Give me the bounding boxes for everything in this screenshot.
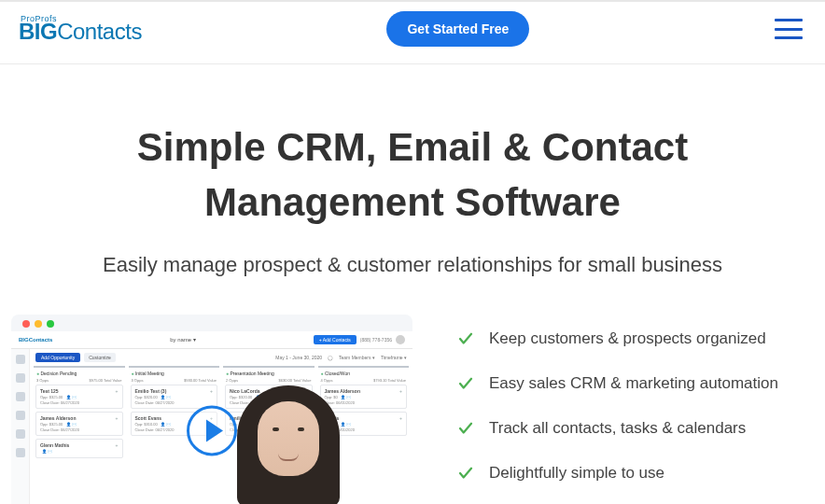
sidebar-icon [16,411,25,420]
hero-title: Simple CRM, Email & Contact Management S… [22,120,803,231]
pipeline-card: + Glenn Mathis 👤 ✉️ [35,439,123,458]
play-icon [206,419,223,441]
pipeline-column: ● Decision Pending 3 Opps$975.00 Total V… [34,366,125,461]
benefit-item: Delightfully simple to use [457,464,778,483]
benefit-item: Keep customers & prospects organized [457,329,778,348]
preview-customize: Customize [84,353,116,362]
benefits-list: Keep customers & prospects organized Eas… [457,315,778,504]
sidebar-icon [16,392,25,401]
sidebar-icon [16,373,25,383]
preview-sidebar [11,349,30,504]
content-row: BIGContacts by name ▾ + Add Contacts (88… [0,315,825,504]
checkmark-icon [457,420,474,437]
preview-add-opportunity: Add Opportunity [35,353,80,362]
window-controls [22,320,54,328]
checkmark-icon [457,375,474,392]
window-maximize-dot [47,320,54,328]
sidebar-icon [16,355,25,364]
preview-phone: (888) 778-7356 [360,337,392,343]
hero-subtitle: Easily manage prospect & customer relati… [22,253,803,277]
video-thumbnail[interactable]: BIGContacts by name ▾ + Add Contacts (88… [11,315,412,504]
hero-section: Simple CRM, Email & Contact Management S… [0,64,825,315]
checkmark-icon [457,465,474,482]
pipeline-card: + Test 125 Opp: $325.00 👤 ✉️ Close Date:… [35,385,123,409]
preview-avatar [396,335,405,344]
brand-logo[interactable]: ProProfs BIGContacts [19,15,142,43]
checkmark-icon [457,330,474,347]
benefit-item: Easy sales CRM & marketing automation [457,374,778,393]
preview-timeframe: Timeframe ▾ [381,355,407,360]
preview-search-by: by name ▾ [170,336,196,343]
benefit-text: Track all contacts, tasks & calendars [489,419,746,438]
logo-big: BIG [19,19,57,44]
get-started-button[interactable]: Get Started Free [386,11,529,47]
presenter-image [228,381,349,504]
window-minimize-dot [35,320,42,328]
benefit-item: Track all contacts, tasks & calendars [457,419,778,438]
preview-date-range: May 1 - June 30, 2020 [275,355,322,360]
window-close-dot [22,320,30,328]
sidebar-icon [16,448,25,457]
benefit-text: Delightfully simple to use [489,464,664,483]
preview-add-contacts: + Add Contacts [314,335,357,344]
preview-logo: BIGContacts [19,337,52,343]
hamburger-menu-icon[interactable] [775,19,803,39]
pipeline-card: + James Alderson Opp: $325.00 👤 ✉️ Close… [35,412,123,436]
pipeline-card: + Emilio Test (3) Opp: $320.00 👤 ✉️ Clos… [131,385,218,409]
logo-contacts: Contacts [57,19,142,44]
benefit-text: Keep customers & prospects organized [489,329,766,348]
benefit-text: Easy sales CRM & marketing automation [489,374,778,393]
play-button[interactable] [187,405,237,455]
preview-team: Team Members ▾ [339,355,375,360]
sidebar-icon [16,429,25,439]
site-header: ProProfs BIGContacts Get Started Free [0,2,825,64]
